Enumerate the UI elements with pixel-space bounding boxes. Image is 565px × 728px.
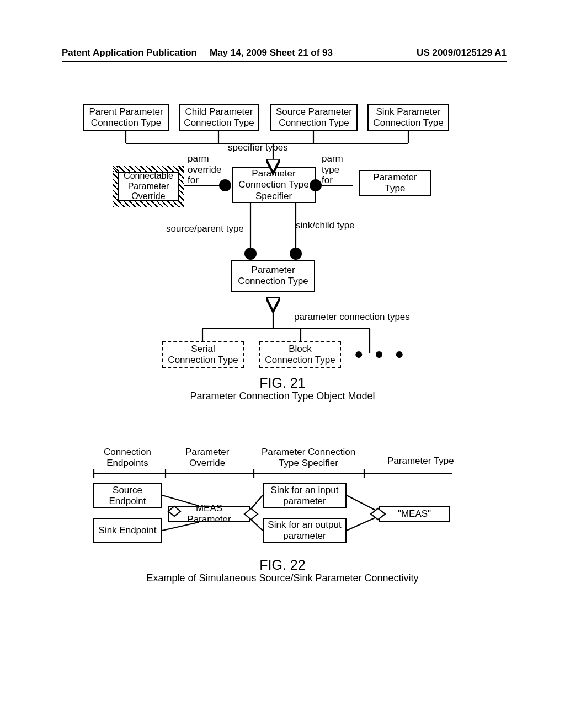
patent-page: Patent Application Publication May 14, 2… (0, 0, 565, 728)
label-parm-override-for: parm override for (188, 153, 221, 186)
box-parent-param-conn-type: Parent Parameter Connection Type (83, 104, 169, 131)
fig22-header-ptype: Parameter Type (387, 456, 454, 467)
header-publication: Patent Application Publication (62, 47, 197, 58)
connectable-param-override-label: Connectable Parameter Override (119, 171, 178, 201)
box-parameter-connection-type: Parameter Connection Type (231, 260, 315, 292)
figure-21-number: FIG. 21 (0, 375, 565, 391)
box-meas-parameter: MEAS Parameter (168, 506, 250, 522)
box-sink-param-conn-type: Sink Parameter Connection Type (367, 104, 449, 131)
box-source-param-conn-type: Source Parameter Connection Type (270, 104, 358, 131)
svg-line-28 (347, 516, 379, 531)
label-param-conn-types: parameter connection types (294, 312, 410, 323)
box-sink-endpoint: Sink Endpoint (93, 518, 162, 543)
box-source-endpoint: Source Endpoint (93, 483, 162, 508)
fig22-header-specifier: Parameter Connection Type Specifier (262, 447, 355, 468)
label-parm-type-for: parm type for (322, 153, 343, 186)
label-source-parent-type: source/parent type (166, 223, 244, 234)
label-specifier-types: specifier types (228, 142, 288, 153)
box-connectable-param-override: Connectable Parameter Override (113, 166, 184, 207)
box-meas-type: "MEAS" (379, 506, 450, 522)
ellipsis-icon: ● ● ● (354, 345, 407, 363)
svg-line-26 (250, 518, 263, 531)
box-sink-for-input: Sink for an input parameter (263, 483, 347, 508)
figure-22-number: FIG. 22 (0, 557, 565, 573)
box-parameter-type: Parameter Type (359, 170, 431, 196)
fig22-header-override: Parameter Override (185, 447, 229, 468)
box-child-param-conn-type: Child Parameter Connection Type (179, 104, 259, 131)
box-param-conn-type-specifier: Parameter Connection Type Specifier (232, 167, 316, 203)
figure-21-caption: Parameter Connection Type Object Model (0, 390, 565, 402)
figure-22-caption: Example of Simulaneous Source/Sink Param… (0, 572, 565, 584)
svg-line-25 (250, 495, 263, 510)
box-block-connection-type: Block Connection Type (259, 341, 341, 368)
label-sink-child-type: sink/child type (296, 220, 355, 231)
box-serial-connection-type: Serial Connection Type (162, 341, 244, 368)
header-date-sheet: May 14, 2009 Sheet 21 of 93 (210, 47, 333, 58)
svg-line-27 (347, 495, 379, 512)
fig22-header-endpoints: Connection Endpoints (104, 447, 151, 468)
header-app-number: US 2009/0125129 A1 (417, 47, 507, 58)
box-sink-for-output: Sink for an output parameter (263, 518, 347, 543)
header-rule (62, 61, 507, 62)
